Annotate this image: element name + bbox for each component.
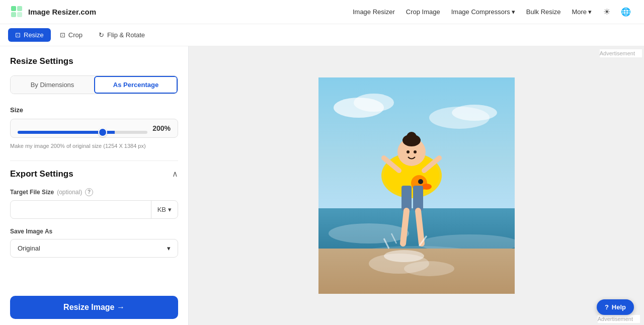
svg-point-29 [414, 150, 417, 153]
flip-rotate-tab[interactable]: ↻ Flip & Rotate [92, 28, 152, 42]
target-file-size-label: Target File Size (optional) ? [10, 188, 178, 196]
nav-image-compressors[interactable]: Image Compressors ▾ [447, 6, 519, 18]
chevron-down-icon-more: ▾ [588, 8, 592, 16]
navbar-links: Image Resizer Crop Image Image Compresso… [349, 4, 634, 20]
file-size-input[interactable] [11, 201, 151, 218]
by-dimensions-toggle[interactable]: By Dimensions [11, 76, 94, 94]
svg-point-23 [418, 179, 423, 184]
size-slider[interactable] [18, 131, 147, 134]
svg-rect-32 [401, 186, 412, 211]
svg-point-6 [354, 94, 394, 112]
svg-line-35 [418, 211, 422, 243]
as-percentage-toggle[interactable]: As Percentage [94, 76, 178, 94]
brand-logo [10, 5, 24, 19]
crop-tab[interactable]: ⊡ Crop [53, 28, 90, 42]
resize-button-container: Resize Image → [0, 290, 188, 325]
main-container: Resize Settings By Dimensions As Percent… [0, 46, 644, 325]
info-icon[interactable]: ? [85, 188, 93, 196]
advertisement-top: Advertisement [600, 49, 642, 57]
size-hint: Make my image 200% of original size (125… [10, 142, 178, 150]
slider-track [18, 127, 147, 130]
unit-chevron-icon: ▾ [168, 206, 172, 213]
brand-name: Image Resizer.com [28, 8, 96, 16]
language-button[interactable]: 🌐 [618, 4, 634, 20]
save-image-as-select[interactable]: Original ▾ [10, 239, 178, 258]
help-icon: ? [605, 303, 609, 311]
toolbar: ⊡ Resize ⊡ Crop ↻ Flip & Rotate [0, 24, 644, 46]
svg-rect-0 [11, 6, 16, 11]
svg-rect-3 [17, 12, 22, 17]
nav-more[interactable]: More ▾ [568, 6, 596, 18]
svg-line-34 [403, 211, 407, 243]
slider-container: 200% [10, 119, 178, 138]
export-collapse-icon[interactable]: ∧ [172, 169, 178, 179]
svg-point-15 [404, 261, 454, 276]
file-size-unit-selector[interactable]: KB ▾ [151, 201, 178, 218]
export-settings-title: Export Settings [10, 169, 73, 179]
help-button[interactable]: ? Help [597, 299, 634, 315]
image-preview-area: Advertisement [189, 46, 644, 325]
chevron-down-icon: ▾ [512, 8, 515, 16]
advertisement-bottom: Advertisement [598, 315, 640, 323]
sidebar: Resize Settings By Dimensions As Percent… [0, 46, 189, 325]
theme-toggle-button[interactable]: ☀ [599, 4, 615, 20]
nav-crop-image[interactable]: Crop Image [402, 6, 444, 18]
brand: Image Resizer.com [10, 5, 96, 19]
resize-settings-title: Resize Settings [10, 56, 178, 66]
preview-image [318, 77, 515, 294]
svg-point-36 [384, 250, 424, 262]
file-size-input-group: KB ▾ [10, 200, 178, 219]
export-settings-header: Export Settings ∧ [10, 169, 178, 179]
resize-mode-toggle: By Dimensions As Percentage [10, 75, 178, 94]
svg-point-10 [329, 223, 409, 243]
svg-point-28 [407, 150, 410, 153]
nav-image-resizer[interactable]: Image Resizer [349, 6, 399, 18]
svg-rect-2 [11, 12, 16, 17]
format-chevron-icon: ▾ [167, 245, 171, 252]
svg-rect-1 [17, 6, 22, 11]
svg-point-8 [452, 105, 497, 121]
save-image-as-label: Save Image As [10, 228, 178, 235]
resize-image-button[interactable]: Resize Image → [10, 296, 178, 319]
slider-value: 200% [152, 124, 171, 132]
svg-rect-33 [413, 186, 423, 211]
resize-tab[interactable]: ⊡ Resize [8, 28, 51, 42]
nav-bulk-resize[interactable]: Bulk Resize [522, 6, 565, 18]
size-label: Size [10, 106, 178, 114]
divider [10, 160, 178, 161]
rotate-icon: ↻ [99, 31, 104, 39]
navbar: Image Resizer.com Image Resizer Crop Ima… [0, 0, 644, 24]
crop-icon: ⊡ [60, 31, 65, 39]
resize-icon: ⊡ [15, 31, 21, 39]
svg-point-27 [407, 132, 417, 142]
